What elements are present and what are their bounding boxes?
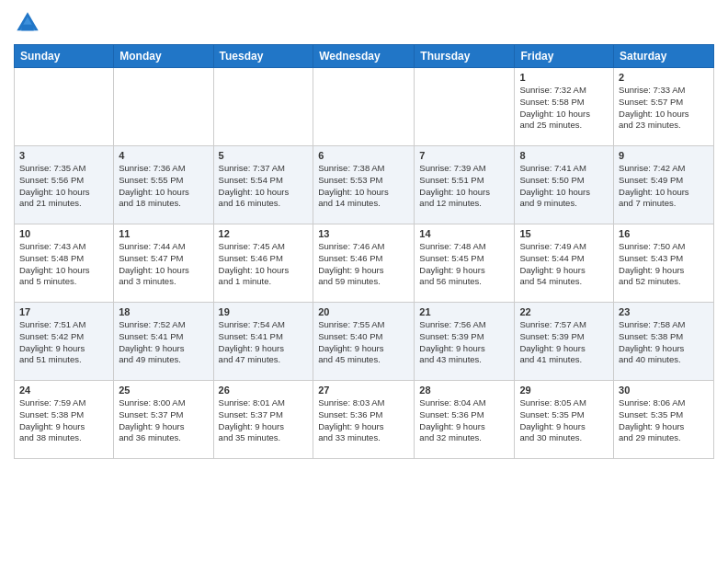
day-cell: 21Sunrise: 7:56 AM Sunset: 5:39 PM Dayli… bbox=[415, 303, 515, 381]
day-info: Sunrise: 7:57 AM Sunset: 5:39 PM Dayligh… bbox=[519, 319, 609, 366]
week-row-3: 10Sunrise: 7:43 AM Sunset: 5:48 PM Dayli… bbox=[15, 224, 714, 303]
day-info: Sunrise: 8:06 AM Sunset: 5:35 PM Dayligh… bbox=[619, 397, 709, 444]
day-cell: 15Sunrise: 7:49 AM Sunset: 5:44 PM Dayli… bbox=[515, 224, 614, 303]
day-cell: 12Sunrise: 7:45 AM Sunset: 5:46 PM Dayli… bbox=[213, 224, 313, 303]
day-cell bbox=[313, 68, 415, 146]
day-cell: 5Sunrise: 7:37 AM Sunset: 5:54 PM Daylig… bbox=[213, 146, 313, 224]
week-row-5: 24Sunrise: 7:59 AM Sunset: 5:38 PM Dayli… bbox=[15, 381, 714, 459]
day-number: 23 bbox=[619, 306, 709, 317]
day-info: Sunrise: 8:04 AM Sunset: 5:36 PM Dayligh… bbox=[419, 397, 509, 444]
day-cell: 22Sunrise: 7:57 AM Sunset: 5:39 PM Dayli… bbox=[515, 303, 614, 381]
day-info: Sunrise: 7:50 AM Sunset: 5:43 PM Dayligh… bbox=[619, 241, 709, 288]
day-info: Sunrise: 7:41 AM Sunset: 5:50 PM Dayligh… bbox=[519, 163, 609, 210]
weekday-header-sunday: Sunday bbox=[15, 45, 114, 68]
day-number: 15 bbox=[519, 228, 609, 239]
day-cell: 4Sunrise: 7:36 AM Sunset: 5:55 PM Daylig… bbox=[114, 146, 213, 224]
day-number: 14 bbox=[419, 228, 509, 239]
day-number: 18 bbox=[119, 306, 208, 317]
day-number: 10 bbox=[19, 228, 108, 239]
day-cell: 16Sunrise: 7:50 AM Sunset: 5:43 PM Dayli… bbox=[614, 224, 714, 303]
day-info: Sunrise: 7:37 AM Sunset: 5:54 PM Dayligh… bbox=[219, 163, 309, 210]
day-info: Sunrise: 7:48 AM Sunset: 5:45 PM Dayligh… bbox=[419, 241, 509, 288]
day-info: Sunrise: 7:43 AM Sunset: 5:48 PM Dayligh… bbox=[19, 241, 108, 288]
day-info: Sunrise: 7:49 AM Sunset: 5:44 PM Dayligh… bbox=[519, 241, 609, 288]
weekday-header-tuesday: Tuesday bbox=[213, 45, 313, 68]
day-number: 22 bbox=[519, 306, 609, 317]
day-cell: 14Sunrise: 7:48 AM Sunset: 5:45 PM Dayli… bbox=[415, 224, 515, 303]
day-number: 3 bbox=[19, 150, 108, 161]
day-cell: 23Sunrise: 7:58 AM Sunset: 5:38 PM Dayli… bbox=[614, 303, 714, 381]
day-cell: 24Sunrise: 7:59 AM Sunset: 5:38 PM Dayli… bbox=[15, 381, 114, 459]
day-number: 19 bbox=[219, 306, 309, 317]
day-cell: 6Sunrise: 7:38 AM Sunset: 5:53 PM Daylig… bbox=[313, 146, 415, 224]
day-number: 26 bbox=[219, 385, 309, 396]
weekday-header-saturday: Saturday bbox=[614, 45, 714, 68]
day-cell bbox=[114, 68, 213, 146]
day-number: 21 bbox=[419, 306, 509, 317]
calendar-table: SundayMondayTuesdayWednesdayThursdayFrid… bbox=[14, 44, 714, 459]
page: SundayMondayTuesdayWednesdayThursdayFrid… bbox=[0, 0, 728, 473]
weekday-header-friday: Friday bbox=[515, 45, 614, 68]
day-info: Sunrise: 7:45 AM Sunset: 5:46 PM Dayligh… bbox=[219, 241, 309, 288]
day-cell bbox=[415, 68, 515, 146]
logo-icon bbox=[14, 9, 41, 37]
svg-rect-2 bbox=[21, 25, 33, 31]
day-cell: 7Sunrise: 7:39 AM Sunset: 5:51 PM Daylig… bbox=[415, 146, 515, 224]
day-info: Sunrise: 7:56 AM Sunset: 5:39 PM Dayligh… bbox=[419, 319, 509, 366]
day-cell: 28Sunrise: 8:04 AM Sunset: 5:36 PM Dayli… bbox=[415, 381, 515, 459]
day-cell: 19Sunrise: 7:54 AM Sunset: 5:41 PM Dayli… bbox=[213, 303, 313, 381]
day-info: Sunrise: 7:32 AM Sunset: 5:58 PM Dayligh… bbox=[519, 85, 609, 132]
day-number: 27 bbox=[318, 385, 409, 396]
day-info: Sunrise: 7:33 AM Sunset: 5:57 PM Dayligh… bbox=[619, 85, 709, 132]
day-info: Sunrise: 8:05 AM Sunset: 5:35 PM Dayligh… bbox=[519, 397, 609, 444]
day-number: 1 bbox=[519, 72, 609, 83]
day-cell: 8Sunrise: 7:41 AM Sunset: 5:50 PM Daylig… bbox=[515, 146, 614, 224]
day-number: 5 bbox=[219, 150, 309, 161]
day-number: 11 bbox=[119, 228, 208, 239]
day-number: 17 bbox=[19, 306, 108, 317]
day-info: Sunrise: 8:03 AM Sunset: 5:36 PM Dayligh… bbox=[318, 397, 409, 444]
day-info: Sunrise: 8:00 AM Sunset: 5:37 PM Dayligh… bbox=[119, 397, 208, 444]
day-number: 6 bbox=[318, 150, 409, 161]
day-number: 25 bbox=[119, 385, 208, 396]
header bbox=[14, 9, 714, 37]
day-cell bbox=[213, 68, 313, 146]
day-info: Sunrise: 7:58 AM Sunset: 5:38 PM Dayligh… bbox=[619, 319, 709, 366]
day-number: 2 bbox=[619, 72, 709, 83]
day-info: Sunrise: 7:35 AM Sunset: 5:56 PM Dayligh… bbox=[19, 163, 108, 210]
day-cell bbox=[15, 68, 114, 146]
weekday-header-wednesday: Wednesday bbox=[313, 45, 415, 68]
logo bbox=[14, 9, 45, 37]
day-number: 16 bbox=[619, 228, 709, 239]
day-cell: 1Sunrise: 7:32 AM Sunset: 5:58 PM Daylig… bbox=[515, 68, 614, 146]
day-number: 24 bbox=[19, 385, 108, 396]
day-cell: 29Sunrise: 8:05 AM Sunset: 5:35 PM Dayli… bbox=[515, 381, 614, 459]
day-number: 8 bbox=[519, 150, 609, 161]
day-cell: 10Sunrise: 7:43 AM Sunset: 5:48 PM Dayli… bbox=[15, 224, 114, 303]
day-number: 7 bbox=[419, 150, 509, 161]
day-info: Sunrise: 7:38 AM Sunset: 5:53 PM Dayligh… bbox=[318, 163, 409, 210]
weekday-header-thursday: Thursday bbox=[415, 45, 515, 68]
day-info: Sunrise: 7:39 AM Sunset: 5:51 PM Dayligh… bbox=[419, 163, 509, 210]
day-info: Sunrise: 8:01 AM Sunset: 5:37 PM Dayligh… bbox=[219, 397, 309, 444]
day-number: 12 bbox=[219, 228, 309, 239]
day-cell: 13Sunrise: 7:46 AM Sunset: 5:46 PM Dayli… bbox=[313, 224, 415, 303]
day-cell: 30Sunrise: 8:06 AM Sunset: 5:35 PM Dayli… bbox=[614, 381, 714, 459]
week-row-4: 17Sunrise: 7:51 AM Sunset: 5:42 PM Dayli… bbox=[15, 303, 714, 381]
day-cell: 20Sunrise: 7:55 AM Sunset: 5:40 PM Dayli… bbox=[313, 303, 415, 381]
day-info: Sunrise: 7:44 AM Sunset: 5:47 PM Dayligh… bbox=[119, 241, 208, 288]
day-info: Sunrise: 7:59 AM Sunset: 5:38 PM Dayligh… bbox=[19, 397, 108, 444]
day-info: Sunrise: 7:52 AM Sunset: 5:41 PM Dayligh… bbox=[119, 319, 208, 366]
weekday-header-monday: Monday bbox=[114, 45, 213, 68]
day-cell: 17Sunrise: 7:51 AM Sunset: 5:42 PM Dayli… bbox=[15, 303, 114, 381]
day-number: 13 bbox=[318, 228, 409, 239]
weekday-header-row: SundayMondayTuesdayWednesdayThursdayFrid… bbox=[15, 45, 714, 68]
day-cell: 3Sunrise: 7:35 AM Sunset: 5:56 PM Daylig… bbox=[15, 146, 114, 224]
day-cell: 25Sunrise: 8:00 AM Sunset: 5:37 PM Dayli… bbox=[114, 381, 213, 459]
day-info: Sunrise: 7:46 AM Sunset: 5:46 PM Dayligh… bbox=[318, 241, 409, 288]
day-number: 29 bbox=[519, 385, 609, 396]
day-number: 4 bbox=[119, 150, 208, 161]
day-cell: 26Sunrise: 8:01 AM Sunset: 5:37 PM Dayli… bbox=[213, 381, 313, 459]
day-number: 20 bbox=[318, 306, 409, 317]
day-cell: 2Sunrise: 7:33 AM Sunset: 5:57 PM Daylig… bbox=[614, 68, 714, 146]
